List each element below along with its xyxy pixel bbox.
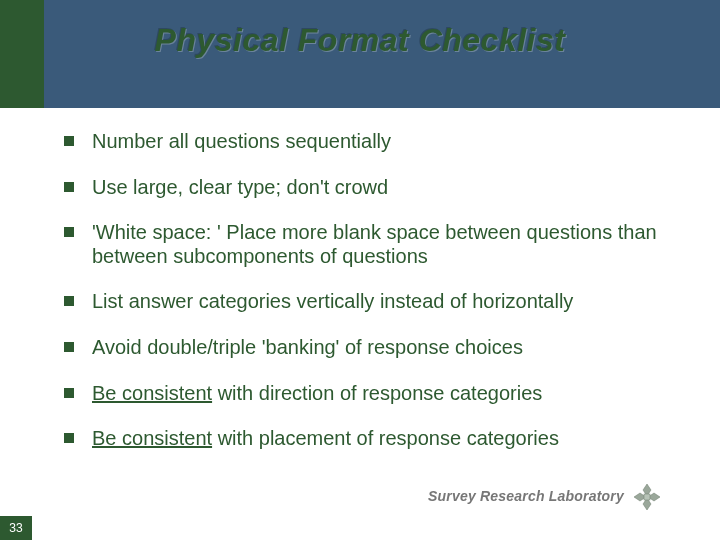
bullet-item: Use large, clear type; don't crowd: [64, 176, 674, 200]
square-bullet-icon: [64, 227, 74, 237]
bullet-text-segment: Avoid double/triple 'banking' of respons…: [92, 336, 523, 358]
square-bullet-icon: [64, 433, 74, 443]
square-bullet-icon: [64, 182, 74, 192]
slide: Physical Format Checklist Number all que…: [0, 0, 720, 540]
bullet-item: Be consistent with direction of response…: [64, 382, 674, 406]
bullet-text-segment: List answer categories vertically instea…: [92, 290, 573, 312]
slide-number: 33: [0, 516, 32, 540]
plus-logo-icon: [634, 484, 660, 510]
svg-rect-4: [644, 494, 650, 500]
bullet-text-segment: Be consistent: [92, 427, 212, 449]
bullet-text-segment: with placement of response categories: [212, 427, 559, 449]
square-bullet-icon: [64, 342, 74, 352]
bullet-text-segment: Number all questions sequentially: [92, 130, 391, 152]
bullet-item: 'White space: ' Place more blank space b…: [64, 221, 674, 268]
square-bullet-icon: [64, 388, 74, 398]
bullet-text-segment: Use large, clear type; don't crowd: [92, 176, 388, 198]
bullet-item: Number all questions sequentially: [64, 130, 674, 154]
bullet-item: Avoid double/triple 'banking' of respons…: [64, 336, 674, 360]
bullet-item: List answer categories vertically instea…: [64, 290, 674, 314]
slide-title: Physical Format Checklist: [0, 22, 720, 59]
bullet-text-segment: 'White space: ' Place more blank space b…: [92, 221, 657, 267]
slide-body: Number all questions sequentiallyUse lar…: [64, 130, 674, 473]
bullet-text-segment: Be consistent: [92, 382, 212, 404]
footer-lab: Survey Research Laboratory: [428, 484, 660, 510]
footer-lab-text: Survey Research Laboratory: [428, 488, 624, 504]
square-bullet-icon: [64, 296, 74, 306]
bullet-list: Number all questions sequentiallyUse lar…: [64, 130, 674, 451]
bullet-text-segment: with direction of response categories: [212, 382, 542, 404]
bullet-item: Be consistent with placement of response…: [64, 427, 674, 451]
title-band: Physical Format Checklist: [0, 0, 720, 108]
square-bullet-icon: [64, 136, 74, 146]
